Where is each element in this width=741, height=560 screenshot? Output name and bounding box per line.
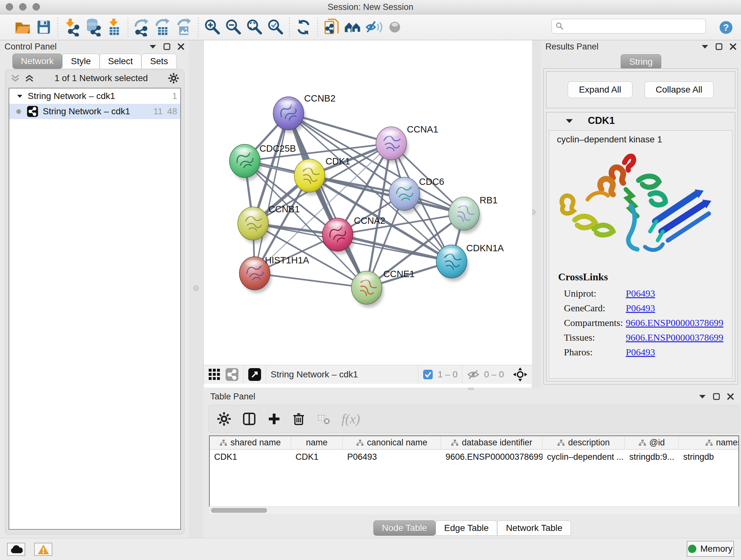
panel-float-icon[interactable]	[163, 43, 171, 50]
table-cell[interactable]: CDK1	[291, 449, 343, 464]
zoom-out-button[interactable]	[223, 17, 244, 38]
crosslink-link[interactable]: P06493	[626, 303, 655, 314]
collapse-all-button[interactable]: Collapse All	[645, 81, 714, 98]
hidden-eye-slash-icon[interactable]	[467, 369, 480, 380]
tab-edge-table[interactable]: Edge Table	[435, 520, 497, 536]
table-cell[interactable]: P06493	[343, 449, 441, 464]
network-share-icon[interactable]	[225, 368, 239, 381]
help-button[interactable]: ?	[716, 17, 737, 38]
tab-sets[interactable]: Sets	[141, 54, 177, 69]
node-CCNA1[interactable]: CCNA1	[376, 124, 438, 163]
network-canvas[interactable]: CCNB2CCNA1CDC25BCDK1CDC6RB1CCNB1CCNA2CDK…	[204, 40, 532, 365]
cloud-status-button[interactable]	[7, 543, 25, 556]
selected-checkbox[interactable]	[423, 369, 433, 380]
panel-close-icon[interactable]	[727, 393, 734, 400]
column-header-canonical-name[interactable]: canonical name	[343, 436, 441, 449]
panel-close-icon[interactable]	[730, 43, 737, 50]
close-window-button[interactable]	[6, 3, 13, 10]
crosslink-link[interactable]: P06493	[626, 347, 655, 358]
tab-network-table[interactable]: Network Table	[497, 520, 571, 536]
table-scrollbar-thumb[interactable]	[211, 508, 267, 513]
show-columns-icon[interactable]	[242, 412, 257, 426]
warnings-button[interactable]	[34, 543, 52, 556]
string-home-button[interactable]	[342, 17, 363, 38]
export-table-button[interactable]	[152, 17, 174, 38]
import-network-database-button[interactable]	[82, 17, 104, 38]
panel-close-icon[interactable]	[178, 43, 185, 50]
tab-node-table[interactable]: Node Table	[374, 520, 435, 536]
tab-select[interactable]: Select	[99, 54, 142, 69]
network-options-gear-icon[interactable]	[168, 73, 179, 84]
minimize-window-button[interactable]	[19, 3, 26, 10]
table-cell[interactable]: cyclin–dependent ...	[542, 449, 625, 464]
table-cell[interactable]: stringdb	[679, 449, 739, 464]
node-CDKN1A[interactable]: CDKN1A	[436, 243, 504, 281]
node-CDC6[interactable]: CDC6	[389, 177, 444, 213]
panel-float-icon[interactable]	[713, 393, 720, 400]
expand-all-button[interactable]: Expand All	[568, 81, 632, 98]
network-tree-row[interactable]: String Network – cdk11148	[9, 104, 180, 119]
network-tree-row[interactable]: String Network – cdk11	[9, 88, 180, 104]
column-header-name[interactable]: name	[291, 436, 343, 449]
memory-button[interactable]: Memory	[687, 541, 734, 557]
panel-menu-caret-icon[interactable]	[699, 394, 706, 399]
apply-layout-button[interactable]	[293, 17, 314, 38]
node-RB1[interactable]: RB1	[449, 195, 497, 233]
string-network-graph[interactable]: CCNB2CCNA1CDC25BCDK1CDC6RB1CCNB1CCNA2CDK…	[204, 40, 532, 365]
edge-CCNA2-CDKN1A[interactable]	[338, 235, 452, 261]
zoom-in-button[interactable]	[202, 17, 223, 38]
section-collapse-caret-icon[interactable]	[565, 118, 573, 123]
column-header-database-identifier[interactable]: database identifier	[441, 436, 542, 449]
fit-content-crosshair-icon[interactable]	[513, 367, 528, 382]
horizontal-splitter[interactable]	[203, 388, 741, 390]
node-CCNE1[interactable]: CCNE1	[351, 269, 414, 307]
tree-expand-caret-icon[interactable]	[17, 94, 23, 98]
collapse-all-icon[interactable]	[10, 74, 20, 82]
table-cell[interactable]: 9606.ENSP00000378699	[441, 449, 542, 464]
birdseye-grid-icon[interactable]	[208, 368, 221, 381]
crosslink-link[interactable]: 9606.ENSP00000378699	[626, 332, 724, 343]
edge-CCNB2-HIST1H1A[interactable]	[255, 113, 288, 273]
table-horizontal-scrollbar[interactable]	[209, 506, 739, 514]
delete-column-trash-icon[interactable]	[292, 412, 306, 426]
panel-float-icon[interactable]	[716, 43, 723, 50]
table-row[interactable]: CDK1CDK1P064939606.ENSP00000378699cyclin…	[210, 449, 739, 464]
zoom-selected-button[interactable]	[265, 17, 286, 38]
string-import-button[interactable]	[321, 17, 342, 38]
zoom-window-button[interactable]	[32, 3, 40, 10]
left-splitter-handle[interactable]	[193, 286, 199, 291]
tab-network[interactable]: Network	[12, 54, 63, 69]
open-session-button[interactable]	[12, 17, 33, 38]
crosslink-link[interactable]: 9606.ENSP00000378699	[626, 317, 724, 328]
table-options-gear-icon[interactable]	[217, 412, 231, 426]
search-input[interactable]	[551, 19, 706, 34]
crosslink-link[interactable]: P06493	[626, 288, 655, 299]
node-CDK1[interactable]: CDK1	[294, 156, 350, 195]
column-header-namespace[interactable]: namespace	[679, 436, 739, 449]
table-cell[interactable]: CDK1	[210, 449, 291, 464]
table-cell[interactable]: stringdb:9...	[625, 449, 679, 464]
create-column-plus-icon[interactable]	[267, 412, 281, 426]
import-network-file-button[interactable]	[61, 17, 82, 38]
export-network-button[interactable]	[131, 17, 152, 38]
node-CCNB1[interactable]: CCNB1	[238, 204, 300, 243]
column-header-description[interactable]: description	[542, 436, 625, 449]
string-hide-glass-button[interactable]	[363, 17, 384, 38]
panel-menu-caret-icon[interactable]	[701, 44, 709, 49]
tab-style[interactable]: Style	[62, 54, 99, 69]
column-header--id[interactable]: @id	[625, 436, 679, 449]
string-highlight-button[interactable]	[384, 17, 405, 38]
save-session-button[interactable]	[33, 17, 54, 38]
column-header-shared-name[interactable]: shared name	[210, 436, 291, 449]
expand-all-icon[interactable]	[24, 74, 34, 82]
panel-menu-caret-icon[interactable]	[149, 44, 156, 49]
node-HIST1H1A[interactable]: HIST1H1A	[239, 255, 309, 293]
right-splitter[interactable]	[532, 40, 541, 388]
zoom-fit-button[interactable]	[244, 17, 265, 38]
detach-view-icon[interactable]	[248, 368, 261, 381]
node-table[interactable]: shared namenamecanonical namedatabase id…	[209, 435, 739, 514]
left-splitter[interactable]	[189, 40, 203, 538]
tab-string[interactable]: String	[621, 54, 661, 70]
export-image-button[interactable]	[174, 17, 195, 38]
import-table-button[interactable]	[104, 17, 125, 38]
